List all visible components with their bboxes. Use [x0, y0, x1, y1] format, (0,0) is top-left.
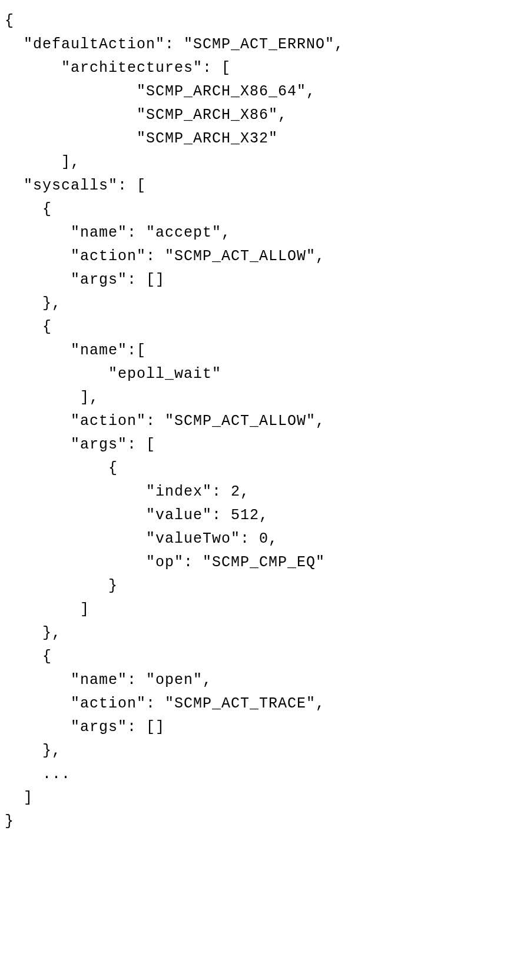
- code-block: { "defaultAction": "SCMP_ACT_ERRNO", "ar…: [0, 0, 527, 833]
